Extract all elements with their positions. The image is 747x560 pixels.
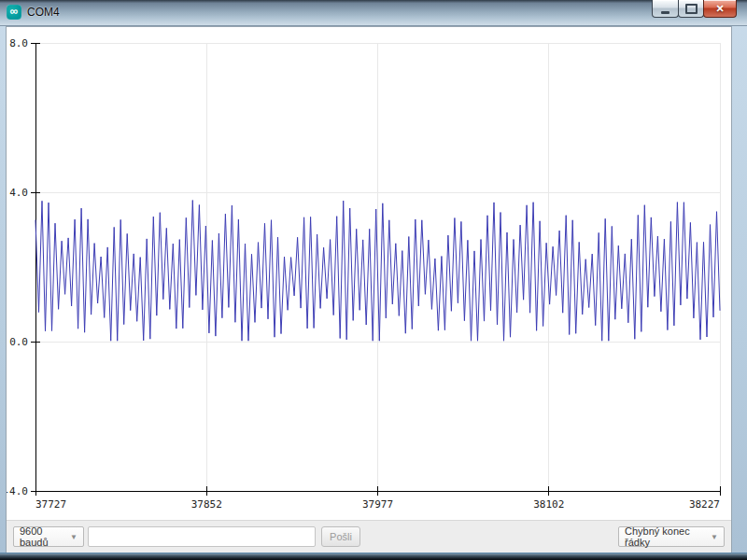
x-tick-label: 38102 xyxy=(533,498,564,511)
minimize-icon xyxy=(661,11,669,14)
chevron-down-icon: ▼ xyxy=(63,533,78,541)
minimize-button[interactable] xyxy=(652,0,679,18)
baud-rate-select[interactable]: 9600 baudů ▼ xyxy=(13,526,84,547)
baud-rate-value: 9600 baudů xyxy=(20,525,63,548)
line-ending-value: Chybný konec řádky xyxy=(625,525,704,548)
plot-svg: 8.04.00.0-4.03772737852379773810238227 xyxy=(7,27,731,521)
x-tick-label: 37852 xyxy=(191,498,222,511)
arduino-icon: ∞ xyxy=(7,5,21,20)
y-tick-label: 8.0 xyxy=(9,37,28,49)
serial-controls-bar: 9600 baudů ▼ Pošli Chybný konec řádky ▼ xyxy=(7,520,731,553)
window-frame-bottom xyxy=(0,553,747,560)
serial-plotter-window: ∞ COM4 ✕ 8.04.00.0-4.0377273785237977381… xyxy=(0,0,747,560)
close-button[interactable]: ✕ xyxy=(703,0,737,18)
y-tick-label: -4.0 xyxy=(7,485,28,497)
x-tick-label: 37727 xyxy=(35,498,66,511)
title-bar[interactable]: ∞ COM4 ✕ xyxy=(0,0,747,26)
y-tick-label: 0.0 xyxy=(9,336,28,348)
line-ending-select[interactable]: Chybný konec řádky ▼ xyxy=(618,526,725,547)
window-title: COM4 xyxy=(27,6,60,19)
x-tick-label: 38227 xyxy=(689,498,720,511)
send-button[interactable]: Pošli xyxy=(321,526,360,547)
maximize-button[interactable] xyxy=(678,0,704,18)
y-tick-label: 4.0 xyxy=(9,187,28,199)
serial-message-input[interactable] xyxy=(88,526,316,547)
chevron-down-icon: ▼ xyxy=(704,533,718,541)
plot-area: 8.04.00.0-4.03772737852379773810238227 xyxy=(7,27,731,521)
close-icon: ✕ xyxy=(715,3,724,15)
maximize-icon xyxy=(685,4,698,14)
client-area: 8.04.00.0-4.03772737852379773810238227 9… xyxy=(6,26,732,554)
x-tick-label: 37977 xyxy=(362,498,393,511)
window-controls: ✕ xyxy=(653,0,737,18)
